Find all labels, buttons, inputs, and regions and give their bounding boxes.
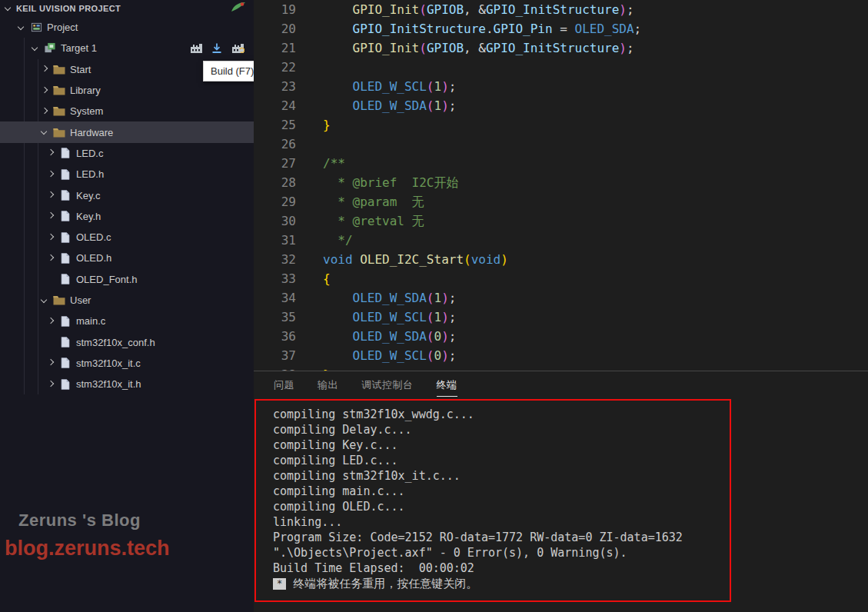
code-line[interactable]: { — [323, 269, 641, 288]
tree-item-target-1[interactable]: Target 1 — [0, 38, 254, 58]
chevron-right-icon[interactable] — [45, 147, 57, 159]
line-number: 32 — [254, 250, 296, 269]
tree-item-label: LED.c — [76, 148, 103, 159]
code-line[interactable]: OLED_W_SDA(1); — [323, 96, 641, 115]
code-line[interactable]: */ — [323, 231, 641, 250]
tree-item-oled-h[interactable]: OLED.h — [0, 248, 254, 268]
code-line[interactable]: * @retval 无 — [323, 211, 641, 231]
tree-item-label: Library — [70, 85, 101, 96]
download-icon[interactable] — [210, 42, 224, 55]
code-line[interactable]: } — [323, 365, 641, 371]
chevron-right-icon[interactable] — [45, 168, 57, 181]
code-line[interactable]: OLED_W_SCL(1); — [323, 77, 641, 96]
chevron-right-icon[interactable] — [38, 85, 51, 97]
tree-item-key-c[interactable]: Key.c — [0, 185, 254, 205]
code-line[interactable]: OLED_W_SCL(0); — [323, 346, 641, 365]
code-line[interactable] — [323, 135, 641, 154]
line-number: 34 — [254, 288, 296, 308]
keil-extension-icon[interactable] — [231, 2, 248, 14]
terminal-line: compiling OLED.c... — [273, 499, 868, 514]
chevron-right-icon[interactable] — [45, 189, 57, 201]
rebuild-icon[interactable] — [231, 42, 244, 55]
chevron-right-icon[interactable] — [45, 378, 57, 391]
chevron-down-icon[interactable] — [38, 126, 51, 138]
tree-item-stm32f10x-it-h[interactable]: stm32f10x_it.h — [0, 374, 254, 394]
line-number: 24 — [254, 96, 296, 115]
panel-tab-terminal[interactable]: 终端 — [437, 378, 457, 397]
tree-item-system[interactable]: System — [0, 101, 254, 121]
terminal-line: compiling LED.c... — [273, 453, 868, 468]
panel-tab-problems[interactable]: 问题 — [274, 378, 294, 397]
line-number: 37 — [254, 346, 296, 365]
tree-item-label: Target 1 — [61, 42, 97, 54]
terminal-line: ".\Objects\Project.axf" - 0 Error(s), 0 … — [273, 545, 868, 560]
code-line[interactable]: OLED_W_SDA(1); — [323, 288, 641, 308]
terminal-output[interactable]: compiling stm32f10x_wwdg.c...compiling D… — [254, 401, 868, 591]
code-line[interactable]: /** — [323, 154, 641, 173]
tree-item-label: System — [70, 105, 103, 117]
chevron-right-icon[interactable] — [45, 210, 57, 222]
chevron-right-icon[interactable] — [45, 231, 57, 244]
code-line[interactable]: } — [323, 115, 641, 135]
file-icon — [57, 147, 74, 159]
watermark-blog-name: Zeruns 's Blog — [18, 511, 141, 531]
gutter: 1920212223242526272829303132333435363738 — [254, 0, 308, 371]
code-line[interactable]: OLED_W_SDA(0); — [323, 327, 641, 346]
chevron-right-icon[interactable] — [38, 63, 51, 75]
terminal-line: compiling main.c... — [273, 484, 868, 499]
chevron-down-icon[interactable] — [29, 42, 42, 55]
tree-item-stm32f10x-conf-h[interactable]: stm32f10x_conf.h — [0, 331, 254, 352]
tree-item-label: stm32f10x_it.c — [76, 358, 141, 369]
section-title: KEIL UVISION PROJECT — [16, 4, 121, 13]
code-line[interactable]: GPIO_Init(GPIOB, &GPIO_InitStructure); — [323, 38, 641, 58]
tree-item-oled-font-h[interactable]: OLED_Font.h — [0, 269, 254, 290]
sidebar: KEIL UVISION PROJECT ProjectTarget 1Star… — [0, 0, 254, 612]
tree-item-label: main.c — [76, 315, 105, 327]
line-number: 26 — [254, 135, 296, 154]
tree-item-library[interactable]: Library — [0, 80, 254, 101]
code-line[interactable]: GPIO_InitStructure.GPIO_Pin = OLED_SDA; — [323, 19, 641, 38]
tree-item-oled-c[interactable]: OLED.c — [0, 227, 254, 248]
panel-tab-output[interactable]: 输出 — [318, 378, 338, 397]
explorer-section-header[interactable]: KEIL UVISION PROJECT — [0, 0, 254, 17]
file-icon — [57, 231, 74, 244]
tree-item-led-c[interactable]: LED.c — [0, 143, 254, 164]
code-line[interactable]: * @param 无 — [323, 192, 641, 211]
tree-item-led-h[interactable]: LED.h — [0, 164, 254, 185]
tree-item-stm32f10x-it-c[interactable]: stm32f10x_it.c — [0, 353, 254, 374]
code-line[interactable] — [323, 58, 641, 77]
chevron-right-icon[interactable] — [45, 315, 57, 328]
build-icon[interactable] — [189, 42, 203, 55]
line-number: 27 — [254, 154, 296, 173]
panel-tab-debug-console[interactable]: 调试控制台 — [361, 378, 414, 397]
code-line[interactable]: * @brief I2C开始 — [323, 173, 641, 192]
folder-icon — [51, 126, 68, 138]
project-icon — [28, 22, 45, 34]
terminal-line: linking... — [273, 514, 868, 530]
chevron-down-icon[interactable] — [38, 294, 51, 307]
panel-tabs: 问题输出调试控制台终端 — [254, 371, 868, 401]
code-line[interactable]: GPIO_Init(GPIOB, &GPIO_InitStructure); — [323, 0, 641, 19]
code-line[interactable]: void OLED_I2C_Start(void) — [323, 250, 641, 269]
tree-item-user[interactable]: User — [0, 290, 254, 311]
code-line[interactable]: OLED_W_SCL(1); — [323, 308, 641, 327]
tree-item-project[interactable]: Project — [0, 17, 254, 38]
chevron-right-icon[interactable] — [45, 357, 57, 369]
tree-item-label: Key.c — [76, 190, 101, 201]
tree-item-key-h[interactable]: Key.h — [0, 206, 254, 227]
file-icon — [57, 252, 74, 264]
tree-item-label: Project — [47, 22, 78, 33]
line-number: 33 — [254, 269, 296, 288]
line-number: 31 — [254, 231, 296, 250]
chevron-down-icon[interactable] — [2, 2, 15, 15]
chevron-down-icon[interactable] — [15, 22, 28, 34]
chevron-right-icon[interactable] — [38, 105, 51, 118]
terminal-line: Build Time Elapsed: 00:00:02 — [273, 560, 868, 576]
tree-item-main-c[interactable]: main.c — [0, 311, 254, 331]
line-number: 25 — [254, 115, 296, 135]
code-editor[interactable]: 1920212223242526272829303132333435363738… — [254, 0, 868, 371]
target-icon — [42, 42, 58, 55]
chevron-right-icon[interactable] — [45, 252, 57, 264]
tree-item-hardware[interactable]: Hardware — [0, 121, 254, 142]
terminal-relaunch-notice: *终端将被任务重用，按任意键关闭。 — [273, 576, 868, 591]
